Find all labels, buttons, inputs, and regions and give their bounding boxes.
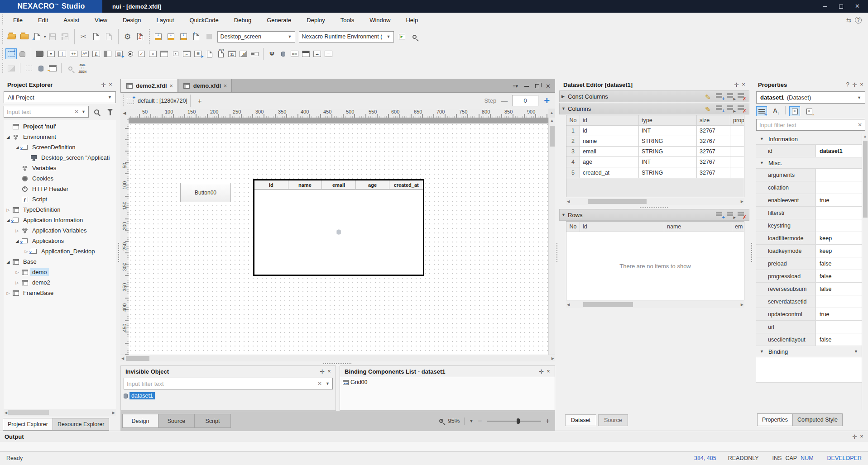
type-cell[interactable]: STRING [639,147,697,157]
property-value[interactable]: false [816,270,862,282]
progressbar-component-icon[interactable] [249,48,260,59]
button-component-icon[interactable] [34,48,45,59]
close-icon[interactable]: × [224,83,227,89]
panel-splitter[interactable] [117,75,120,431]
pin-icon[interactable]: ✛ [733,81,740,88]
tree-item-application-desktop[interactable]: ▷ Application_Desktop [4,246,116,256]
table-row[interactable]: 2 name STRING 32767 [566,136,744,147]
tree-item-variables[interactable]: Variables [4,163,116,173]
scroll-right-icon[interactable]: ▶ [741,303,743,307]
tab-computed-style[interactable]: Computed Style [793,413,843,426]
tab-dataset[interactable]: Dataset [565,414,596,426]
expander-icon[interactable]: ▷ [14,280,21,285]
menu-item[interactable]: Help [398,13,426,27]
id-cell[interactable]: name [580,136,639,146]
prop-cell[interactable] [730,126,744,136]
binding-item-grid00[interactable]: Grid00 [340,377,555,410]
restore-document-icon[interactable] [535,84,539,88]
scrollbar-thumb[interactable] [583,302,633,307]
add-row-icon[interactable]: + [716,93,724,100]
property-row-id[interactable]: id dataset1 [756,145,862,157]
tab-resource-explorer[interactable]: Resource Explorer [53,418,110,431]
menu-item[interactable]: File [5,13,30,27]
scroll-up-icon[interactable]: ▲ [550,118,554,124]
import-screen-icon[interactable]: ↓ [152,30,165,43]
property-value[interactable]: dataset1 [816,145,862,157]
status-developer[interactable]: DEVELOPER [827,455,862,461]
property-value[interactable] [816,295,862,308]
listbox-component-icon[interactable]: ≡ [147,48,158,59]
insert-row-icon[interactable]: ▸ [727,93,735,100]
menu-item[interactable]: Assist [56,13,87,27]
scroll-up-icon[interactable]: ▲ [863,133,867,140]
property-row[interactable]: loadkeymode keep [756,245,862,257]
xml-json-convert-icon[interactable]: XML↕↕JSON [76,62,89,75]
zoom-preset-caret-icon[interactable]: ▼ [469,419,473,423]
spin-component-icon[interactable]: ++ [68,48,79,59]
delete-row-icon[interactable]: ✗ [738,93,746,100]
column-header[interactable]: name [664,222,732,232]
property-value[interactable]: keep [816,232,862,244]
clear-icon[interactable]: ✕ [74,109,79,115]
property-row[interactable]: arguments [756,169,862,181]
tab-list-icon[interactable]: ≡▾ [513,83,518,89]
dataset-tool-icon[interactable] [35,63,47,74]
calendar-component-icon[interactable]: 31 [226,48,238,59]
expander-icon[interactable]: ▷ [5,208,12,212]
tab-demo-xfdl[interactable]: demo.xfdl × [178,79,232,92]
horizontal-scrollbar[interactable]: ◀ ▶ [4,409,116,416]
scroll-left-icon[interactable]: ◀ [567,303,570,307]
menu-item[interactable]: Window [362,13,398,27]
prop-cell[interactable] [730,157,744,167]
grid00-component[interactable]: idnameemailagecreated_at [253,179,424,276]
plugin-component-icon[interactable]: Ψ [266,48,278,59]
help-icon[interactable]: ? [855,17,862,24]
property-value[interactable]: keep [816,245,862,257]
column-header[interactable]: prop [730,115,744,125]
property-value[interactable]: false [816,333,862,346]
popup-component-icon[interactable] [300,48,312,59]
scroll-left-icon[interactable]: ◀ [5,411,7,415]
tree-item-base[interactable]: ◢ Base [4,256,116,267]
id-cell[interactable]: age [580,157,639,167]
delete-row-icon[interactable]: ✗ [738,212,746,218]
expander-icon[interactable]: ▶ [561,94,568,99]
menu-item[interactable]: Layout [149,13,182,27]
toolbar-grip[interactable] [1,48,4,60]
property-row[interactable]: keystring [756,219,862,232]
columns-horizontal-scrollbar[interactable]: ◀ ▶ [566,198,744,205]
import-application-icon[interactable]: ↓ [177,30,190,43]
group-binding[interactable]: ▼ Binding ▼ [756,346,862,357]
tree-item-typedefinition[interactable]: ▷ TypeDefinition [4,204,116,215]
treeview-component-icon[interactable]: ≣➤ [192,48,204,59]
tab-design[interactable]: Design [122,414,158,428]
tree-item-application-variables[interactable]: ▷ Application Variables [4,225,116,236]
paste-icon[interactable] [103,30,115,43]
id-cell[interactable]: email [580,147,639,157]
combo-component-icon[interactable]: ▾ [45,48,57,59]
events-view-icon[interactable]: ≡⌁ [804,106,815,116]
layout-switch-icon[interactable]: ⇆ [846,17,850,24]
tree-item-cookies[interactable]: Cookies [4,173,116,184]
property-row[interactable]: enableevent true [756,194,862,207]
open-folder-icon[interactable] [18,30,31,43]
property-value[interactable] [816,169,862,181]
tab-demo2-xfdl[interactable]: demo2.xfdl × [120,79,178,92]
size-cell[interactable]: 32767 [697,147,730,157]
tree-item-applications[interactable]: ◢ Applications [4,236,116,246]
settings-gear-icon[interactable]: ⚙ [121,30,134,43]
radio-component-icon[interactable] [125,48,136,59]
menu-item[interactable]: Design [115,13,149,27]
screen-combo[interactable]: Desktop_screen▼ [217,31,295,43]
tree-item-demo[interactable]: ▷ demo [4,267,116,277]
search-icon[interactable] [91,106,102,118]
filter-funnel-icon[interactable] [104,106,116,118]
scroll-left-icon[interactable]: ◀ [121,356,124,361]
tree-item-project[interactable]: Project 'nui' [4,121,116,132]
tree-item-demo2[interactable]: ▷ demo2 [4,277,116,288]
expander-icon[interactable]: ◢ [5,260,12,264]
minimize-button[interactable] [823,6,827,7]
property-value[interactable] [816,219,862,232]
panel-splitter[interactable] [120,361,555,365]
scrollbar-thumb[interactable] [550,126,555,147]
